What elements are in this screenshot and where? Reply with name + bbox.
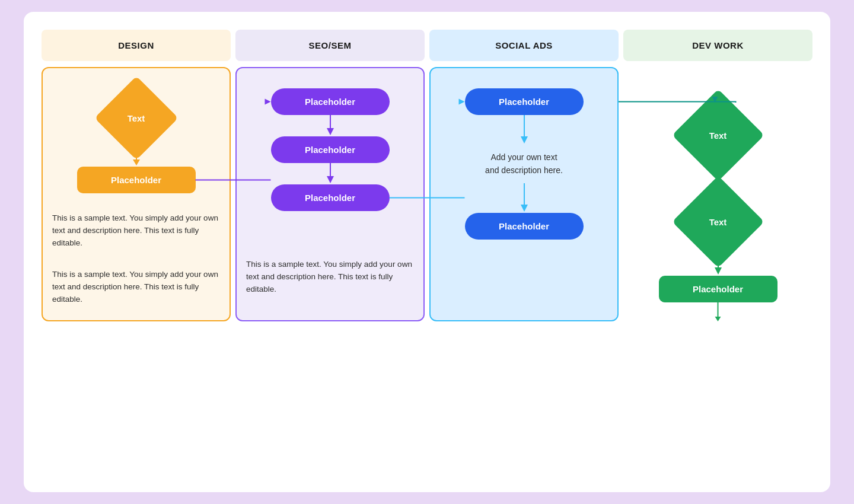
social-pill1: Placeholder [465,88,584,115]
arrow-social-down2 [518,183,530,213]
dev-diamond2-label: Text [709,217,727,227]
arrow-seo-down1 [324,115,336,136]
column-header-dev: DEV WORK [623,30,812,61]
svg-marker-5 [327,176,334,183]
column-body-social: Placeholder Add your own textand descrip… [429,67,619,321]
design-text1: This is a sample text. You simply add yo… [52,212,220,250]
arrow-seo-down2 [324,163,336,184]
svg-marker-1 [133,160,140,165]
column-design: DESIGN Text Placeholder [42,30,231,321]
svg-marker-7 [521,136,528,143]
column-body-design: Text Placeholder This is a sample text. … [42,67,231,321]
svg-marker-9 [521,205,528,212]
dev-diamond2: Text [674,189,763,254]
design-diamond: Text [95,88,178,148]
columns-grid: DESIGN Text Placeholder [42,30,812,321]
column-header-design: DESIGN [42,30,231,61]
column-body-seo: Placeholder Placeholder Placeholder [235,67,425,321]
dev-diamond1-label: Text [709,130,727,141]
column-header-social: SOCIAL ADS [429,30,619,61]
column-social: SOCIAL ADS Placeholder Add your own text… [429,30,619,321]
seo-pill3: Placeholder [271,184,390,211]
dev-rect: Placeholder [659,276,777,302]
design-text2: This is a sample text. You simply add yo… [52,269,220,306]
social-pill2: Placeholder [465,213,584,240]
seo-text1: This is a sample text. You simply add yo… [246,259,414,296]
column-dev: DEV WORK Text [623,30,812,321]
seo-pill1: Placeholder [271,88,390,115]
social-desc: Add your own textand description here. [485,151,563,177]
arrow-social-down1 [518,115,530,145]
column-seo: SEO/SEM Placeholder Placeholder [235,30,425,321]
svg-marker-3 [327,128,334,135]
design-rect: Placeholder [77,167,196,193]
main-container: DESIGN Text Placeholder [24,12,830,492]
seo-pill2: Placeholder [271,136,390,163]
svg-marker-13 [715,267,722,275]
column-body-dev: Text Text [623,67,812,321]
design-diamond-label: Text [128,113,145,123]
column-header-seo: SEO/SEM [235,30,425,61]
dev-diamond1: Text [674,103,763,168]
